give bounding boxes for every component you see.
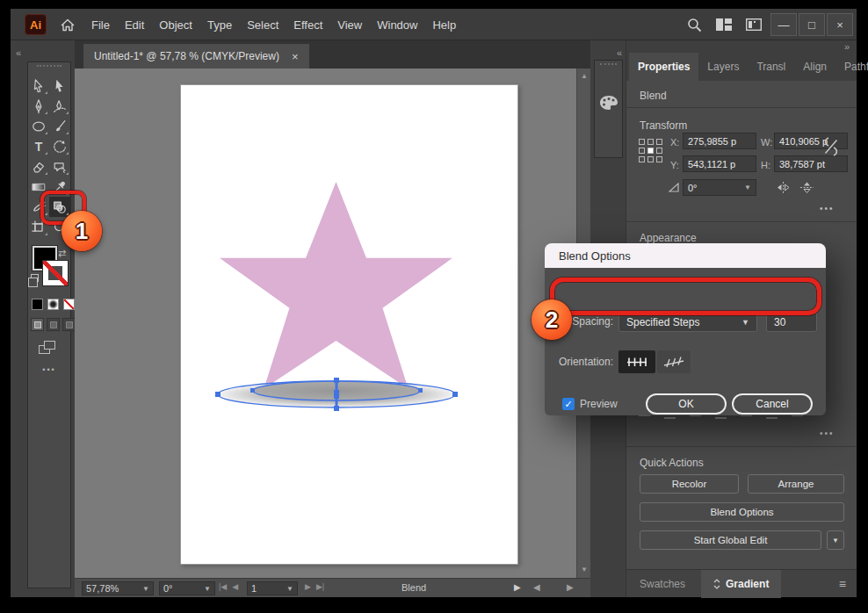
menu-effect[interactable]: Effect xyxy=(293,18,322,32)
dialog-title-bar[interactable]: Blend Options xyxy=(545,243,826,268)
x-field[interactable]: 275,9855 p xyxy=(683,133,756,149)
scroll-down-icon[interactable]: ▼ xyxy=(577,564,590,576)
edit-toolbar-icon[interactable]: ••• xyxy=(28,365,70,374)
more-options-icon[interactable]: ••• xyxy=(820,204,835,213)
panel-header: » xyxy=(626,40,857,53)
flip-horizontal-icon[interactable] xyxy=(776,181,791,194)
expand-panels-icon[interactable]: » xyxy=(844,41,850,52)
preview-label: Preview xyxy=(580,398,618,410)
tab-layers[interactable]: Layers xyxy=(698,53,748,81)
maximize-button[interactable]: □ xyxy=(799,13,825,36)
draw-behind-mode[interactable] xyxy=(47,318,60,331)
blend-options-dialog: Blend Options Spacing: Specified Steps ▼… xyxy=(545,243,826,415)
rotation-select[interactable]: 0°▼ xyxy=(159,581,215,595)
stroke-swatch[interactable] xyxy=(43,261,68,285)
document-tab[interactable]: Untitled-1* @ 57,78 % (CMYK/Preview) × xyxy=(83,44,309,69)
artboard-nav-first[interactable]: |◀◀ xyxy=(219,582,238,591)
collapse-toolbar-icon[interactable]: « xyxy=(16,47,21,58)
minimize-button[interactable]: — xyxy=(770,13,797,36)
collapse-panels-icon[interactable]: « xyxy=(617,47,622,58)
menu-help[interactable]: Help xyxy=(432,18,456,32)
home-icon[interactable] xyxy=(56,14,79,35)
angle-icon xyxy=(669,183,679,194)
artboard-number-select[interactable]: 1▼ xyxy=(247,581,298,595)
divider xyxy=(626,221,857,222)
ok-button[interactable]: OK xyxy=(646,393,727,415)
divider xyxy=(626,446,857,447)
gradient-tab[interactable]: Gradient xyxy=(701,570,781,598)
rotation-field[interactable]: 0°▼ xyxy=(683,179,756,196)
panel-grip[interactable] xyxy=(600,63,617,70)
canvas[interactable]: ▲ ▼ xyxy=(75,69,590,578)
chevron-down-icon: ▼ xyxy=(142,585,149,593)
menu-window[interactable]: Window xyxy=(377,18,417,32)
tab-transform[interactable]: Transl xyxy=(748,53,794,81)
curvature-tool[interactable] xyxy=(49,96,70,116)
tab-align[interactable]: Align xyxy=(794,53,835,81)
arrange-documents-icon[interactable] xyxy=(739,9,769,40)
gradient-button[interactable] xyxy=(47,299,59,310)
toolbar-grip[interactable] xyxy=(37,65,61,74)
color-button[interactable] xyxy=(32,299,43,310)
none-button[interactable] xyxy=(63,299,75,310)
direct-selection-tool[interactable] xyxy=(49,76,70,96)
swatches-tab[interactable]: Swatches xyxy=(640,578,685,590)
constrain-proportions-icon[interactable] xyxy=(821,135,841,158)
tab-properties[interactable]: Properties xyxy=(629,53,698,81)
tab-pathfinder[interactable]: Pathfi xyxy=(835,53,868,81)
cancel-button[interactable]: Cancel xyxy=(732,393,813,415)
screen-mode-icon[interactable] xyxy=(39,341,56,355)
scroll-left-icon[interactable]: ◀ xyxy=(533,582,540,592)
menu-view[interactable]: View xyxy=(337,18,362,32)
close-button[interactable]: × xyxy=(827,13,853,36)
zoom-level-select[interactable]: 57,78%▼ xyxy=(82,581,154,595)
blend-shadow-selection[interactable] xyxy=(206,367,470,422)
quick-actions-title: Quick Actions xyxy=(640,457,704,469)
paintbrush-tool[interactable] xyxy=(49,116,70,136)
eraser-tool[interactable] xyxy=(28,156,49,177)
default-fill-stroke-icon[interactable] xyxy=(31,274,39,282)
tab-close-icon[interactable]: × xyxy=(292,50,299,63)
pen-tool[interactable] xyxy=(28,96,49,116)
preview-checkbox[interactable]: ✓ xyxy=(562,398,575,410)
start-global-edit-chevron[interactable]: ▼ xyxy=(827,530,844,550)
align-to-path-icon xyxy=(663,356,684,368)
scroll-up-icon[interactable]: ▲ xyxy=(577,70,590,83)
reference-point-grid[interactable] xyxy=(639,139,665,165)
menu-object[interactable]: Object xyxy=(159,18,192,32)
search-icon[interactable] xyxy=(679,9,709,40)
workspace-switcher-icon[interactable] xyxy=(709,9,739,40)
artboard-nav-prev[interactable]: ◀ xyxy=(232,582,238,591)
draw-normal-mode[interactable] xyxy=(31,318,44,331)
flip-vertical-icon[interactable] xyxy=(799,181,814,194)
blend-options-button[interactable]: Blend Options xyxy=(640,502,844,522)
start-global-edit-button[interactable]: Start Global Edit xyxy=(640,530,821,550)
scroll-right-icon[interactable]: ▶ xyxy=(567,582,574,592)
recolor-button[interactable]: Recolor xyxy=(640,474,739,494)
shaper-tool[interactable] xyxy=(49,156,70,177)
w-label: W: xyxy=(761,137,772,148)
y-field[interactable]: 543,1121 p xyxy=(683,155,756,172)
updown-icon xyxy=(713,579,720,589)
status-options-icon[interactable]: ▶ xyxy=(514,582,521,592)
chevron-down-icon[interactable]: ▼ xyxy=(744,184,751,191)
ellipse-tool[interactable] xyxy=(28,116,49,136)
artboard-nav-last[interactable]: ▶| xyxy=(316,582,324,591)
color-palette-icon[interactable] xyxy=(599,95,618,111)
menu-edit[interactable]: Edit xyxy=(125,18,144,32)
draw-inside-mode[interactable] xyxy=(62,318,76,331)
rotate-tool[interactable] xyxy=(49,136,70,156)
document-tab-bar: Untitled-1* @ 57,78 % (CMYK/Preview) × xyxy=(75,40,590,69)
align-to-path-button[interactable] xyxy=(657,350,691,373)
selection-tool[interactable] xyxy=(28,76,49,96)
menu-file[interactable]: File xyxy=(91,18,110,32)
swap-fill-stroke-icon[interactable]: ⇄ xyxy=(58,248,66,259)
artboard-nav-next[interactable]: ▶▶| xyxy=(305,582,324,591)
more-options-icon[interactable]: ••• xyxy=(820,429,835,438)
align-to-page-button[interactable] xyxy=(618,350,655,373)
arrange-button[interactable]: Arrange xyxy=(748,474,844,494)
panel-menu-icon[interactable]: ≡ xyxy=(839,577,846,591)
type-tool[interactable]: T xyxy=(28,136,49,156)
menu-select[interactable]: Select xyxy=(247,18,278,32)
menu-type[interactable]: Type xyxy=(207,18,232,32)
